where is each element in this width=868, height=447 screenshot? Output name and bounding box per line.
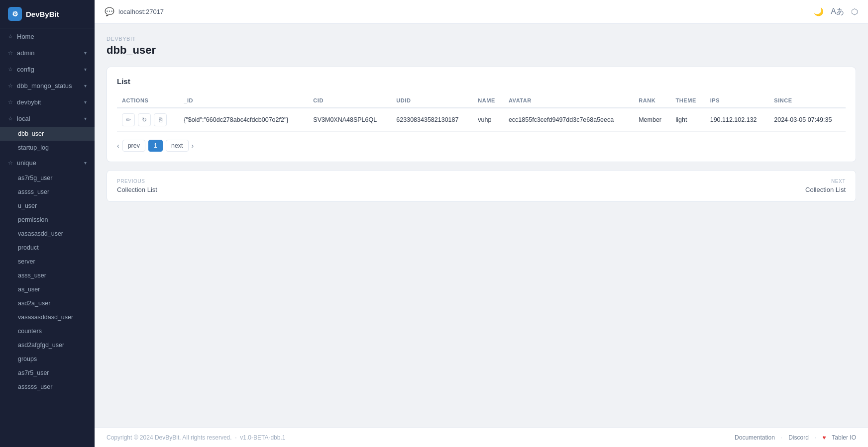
edit-button[interactable]: ✏ [122,113,135,126]
footer-documentation-link[interactable]: Documentation [735,434,775,441]
prev-button[interactable]: prev [122,140,145,152]
col-udid: UDID [391,93,473,108]
nav-links: PREVIOUS Collection List NEXT Collection… [107,170,856,202]
sidebar-item-permission[interactable]: permission [0,213,95,227]
breadcrumb: DEVBYBIT [107,36,856,42]
sidebar-item-as-user[interactable]: as_user [0,282,95,296]
sidebar-item-config[interactable]: ☆ config ▾ [0,61,95,78]
col-rank: RANK [634,93,670,108]
sidebar-item-assss-user[interactable]: assss_user [0,185,95,199]
action-icons: ✏ ↻ ⎘ [122,113,174,126]
footer-discord-link[interactable]: Discord [788,434,809,441]
sidebar-item-unique-label: unique [17,159,36,167]
sidebar-item-local-label: local [17,115,30,122]
copy-button[interactable]: ⎘ [154,113,167,126]
nav-previous[interactable]: PREVIOUS Collection List [117,179,157,193]
local-star-icon: ☆ [8,115,13,122]
sidebar-item-startup-log[interactable]: startup_log [0,141,95,155]
server-url: localhost:27017 [118,8,164,15]
sidebar-item-asd2a-user[interactable]: asd2a_user [0,296,95,310]
sidebar-item-home-label: Home [17,33,34,40]
next-button[interactable]: next [166,140,189,152]
footer-dot-1: · [781,434,782,441]
next-title: Collection List [805,186,846,193]
sidebar-item-groups[interactable]: groups [0,352,95,366]
config-chevron-icon: ▾ [84,67,87,72]
col-cid: CID [308,93,391,108]
page-title: dbb_user [107,44,856,57]
footer-tabler-link[interactable]: Tabler IO [832,434,856,441]
sidebar-item-dbb-mongo-label: dbb_mongo_status [17,82,72,89]
sidebar-item-asssss-user[interactable]: asssss_user [0,380,95,394]
list-card-title: List [117,77,846,86]
unique-star-icon: ☆ [8,160,13,166]
table-body: ✏ ↻ ⎘ {"$oid":"660dc278abc4cfdcb007o2f2"… [117,108,846,132]
sidebar-item-u-user[interactable]: u_user [0,199,95,213]
sidebar-item-local[interactable]: ☆ local ▾ [0,110,95,127]
sidebar-item-as7r5g-user[interactable]: as7r5g_user [0,171,95,185]
logo-icon: ⚙ [8,7,22,21]
row-actions: ✏ ↻ ⎘ [117,108,179,132]
chat-icon: 💬 [105,7,114,16]
row-since: 2024-03-05 07:49:35 [769,108,846,132]
config-star-icon: ☆ [8,66,13,73]
sidebar-item-devbybit-label: devbybit [17,98,41,106]
row-avatar: ecc1855fc3cefd9497dd3c7e68a5eeca [504,108,634,132]
sidebar-item-asd2afgfgd-user[interactable]: asd2afgfgd_user [0,338,95,352]
col-theme: THEME [671,93,705,108]
row-ips: 190.112.102.132 [705,108,769,132]
col-ips: IPS [705,93,769,108]
sidebar-item-admin[interactable]: ☆ admin ▾ [0,45,95,61]
local-chevron-icon: ▾ [84,116,87,121]
nav-next[interactable]: NEXT Collection List [805,179,846,193]
next-label: NEXT [831,179,846,184]
row-rank: Member [634,108,670,132]
devbybit-chevron-icon: ▾ [84,99,87,105]
sidebar-item-devbybit[interactable]: ☆ devbybit ▾ [0,94,95,110]
sidebar-item-as7r5-user[interactable]: as7r5_user [0,366,95,380]
footer-right: Documentation · Discord · ♥ Tabler IO [735,434,856,441]
table-head: ACTIONS _ID CID UDID NAME AVATAR RANK TH… [117,93,846,108]
row-name: vuhp [473,108,504,132]
list-card: List ACTIONS _ID CID UDID NAME AVATAR RA… [107,67,856,162]
col-id: _ID [179,93,308,108]
prev-page-nav[interactable]: ‹ [117,142,119,150]
dbb-mongo-chevron-icon: ▾ [84,83,87,89]
dbb-mongo-star-icon: ☆ [8,83,13,89]
prev-label: PREVIOUS [117,179,157,184]
col-since: SINCE [769,93,846,108]
footer-left: Copyright © 2024 DevByBit. All rights re… [107,434,285,441]
export-icon[interactable]: ⬡ [851,7,858,16]
sidebar: ⚙ DevByBit ☆ Home ☆ admin ▾ ☆ config ▾ ☆… [0,0,95,447]
sidebar-item-unique[interactable]: ☆ unique ▾ [0,155,95,171]
table-row: ✏ ↻ ⎘ {"$oid":"660dc278abc4cfdcb007o2f2"… [117,108,846,132]
pagination: ‹ prev 1 next › [117,140,846,152]
translate-icon[interactable]: Aあ [831,6,844,17]
sidebar-item-home[interactable]: ☆ Home [0,28,95,45]
col-avatar: AVATAR [504,93,634,108]
topbar-left: 💬 localhost:27017 [105,7,164,16]
sidebar-item-vasasasdd-user[interactable]: vasasasdd_user [0,227,95,241]
admin-star-icon: ☆ [8,50,13,56]
footer-copyright: Copyright © 2024 DevByBit. All rights re… [107,434,232,441]
next-page-nav[interactable]: › [192,142,194,150]
sidebar-item-dbb-user[interactable]: dbb_user [0,127,95,141]
row-udid: 623308343582130187 [391,108,473,132]
page-1-button[interactable]: 1 [148,140,163,152]
sidebar-item-asss-user[interactable]: asss_user [0,268,95,282]
sidebar-item-product[interactable]: product [0,241,95,255]
admin-chevron-icon: ▾ [84,50,87,56]
sidebar-item-server[interactable]: server [0,255,95,268]
sidebar-item-dbb-mongo-status[interactable]: ☆ dbb_mongo_status ▾ [0,78,95,94]
refresh-button[interactable]: ↻ [138,113,151,126]
prev-title: Collection List [117,186,157,193]
app-name: DevByBit [26,10,59,18]
sidebar-item-admin-label: admin [17,49,34,57]
dark-mode-icon[interactable]: 🌙 [814,7,824,16]
sidebar-item-vasasasddasd-user[interactable]: vasasasddasd_user [0,310,95,324]
sidebar-item-counters[interactable]: counters [0,324,95,338]
app-logo[interactable]: ⚙ DevByBit [0,0,95,28]
topbar: 💬 localhost:27017 🌙 Aあ ⬡ [95,0,868,24]
unique-chevron-icon: ▾ [84,160,87,166]
row-id: {"$oid":"660dc278abc4cfdcb007o2f2"} [179,108,308,132]
